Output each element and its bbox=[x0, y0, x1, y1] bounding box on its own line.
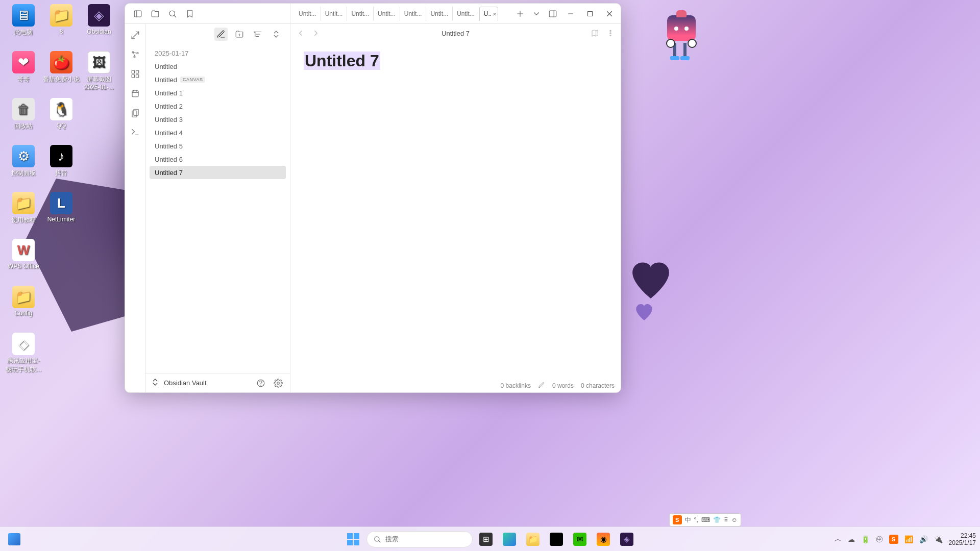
svg-rect-0 bbox=[134, 11, 141, 17]
ime-keyboard-icon[interactable]: ⌨ bbox=[701, 516, 710, 523]
vault-icon[interactable] bbox=[148, 6, 163, 21]
ime-mode[interactable]: 中 bbox=[685, 516, 691, 524]
tab-0[interactable]: Untit... bbox=[295, 7, 321, 21]
sogou-icon[interactable]: S bbox=[673, 515, 682, 524]
ime-toolbar[interactable]: S 中 °, ⌨ 👕 ⠿ ☺ bbox=[669, 513, 741, 527]
more-options-icon[interactable] bbox=[604, 27, 617, 39]
file-item[interactable]: UntitledCANVAS bbox=[150, 73, 286, 86]
svg-rect-26 bbox=[132, 111, 137, 117]
file-item[interactable]: Untitled 3 bbox=[150, 113, 286, 126]
vault-switcher-icon[interactable] bbox=[151, 378, 160, 388]
tray-volume-icon[interactable]: 🔊 bbox=[919, 535, 928, 543]
desktop-icon-腾讯应用宝-畅玩手机软...[interactable]: ◇腾讯应用宝-畅玩手机软... bbox=[5, 333, 42, 374]
vault-name[interactable]: Obsidian Vault bbox=[164, 379, 207, 387]
templates-icon[interactable] bbox=[128, 106, 142, 120]
desktop-icon-QQ[interactable]: 🐧QQ bbox=[43, 98, 80, 129]
ime-punct-icon[interactable]: °, bbox=[694, 516, 698, 523]
wallpaper-heart-small bbox=[634, 303, 654, 321]
desktop-icon-控制面板[interactable]: ⚙控制面板 bbox=[5, 145, 42, 178]
taskbar-app[interactable]: ◉ bbox=[593, 529, 614, 549]
desktop-icon-此电脑[interactable]: 🖥此电脑 bbox=[5, 4, 42, 37]
taskbar-clock[interactable]: 22:45 2025/1/17 bbox=[949, 532, 976, 546]
desktop-icon-使用教程[interactable]: 📁使用教程 bbox=[5, 192, 42, 224]
backlinks-count[interactable]: 0 backlinks bbox=[501, 382, 531, 389]
tab-close-icon[interactable]: × bbox=[493, 10, 497, 18]
reading-view-icon[interactable] bbox=[589, 27, 601, 39]
taskbar-explorer[interactable]: 📁 bbox=[523, 529, 543, 549]
tray-onedrive-icon[interactable]: ☁ bbox=[848, 535, 855, 543]
file-item[interactable]: Untitled 5 bbox=[150, 139, 286, 153]
sidebar-toggle-icon[interactable] bbox=[130, 6, 145, 21]
quick-switcher-icon[interactable] bbox=[128, 28, 142, 42]
bookmark-icon[interactable] bbox=[182, 6, 198, 21]
tab-2[interactable]: Untit... bbox=[347, 7, 374, 21]
tab-4[interactable]: Untit... bbox=[400, 7, 427, 21]
sort-icon[interactable] bbox=[251, 28, 264, 41]
desktop-icon-Obsidian[interactable]: ◈Obsidian bbox=[81, 4, 117, 35]
desktop-icon-屏幕截图 2025-01-...[interactable]: 🖼屏幕截图 2025-01-... bbox=[81, 51, 117, 91]
task-view-button[interactable]: ⊞ bbox=[476, 529, 496, 549]
daily-note-icon[interactable] bbox=[128, 86, 142, 101]
taskbar-wechat[interactable]: ✉ bbox=[570, 529, 590, 549]
document-title[interactable]: Untitled 7 bbox=[304, 52, 380, 70]
ime-skin-icon[interactable]: 👕 bbox=[713, 516, 721, 523]
taskbar-obsidian[interactable]: ◈ bbox=[617, 529, 637, 549]
desktop-icon-Config[interactable]: 📁Config bbox=[5, 286, 42, 317]
tray-battery-icon[interactable]: 🔋 bbox=[861, 535, 870, 543]
tab-7[interactable]: U..× bbox=[479, 7, 498, 21]
file-item[interactable]: Untitled 7 bbox=[150, 166, 286, 179]
tab-6[interactable]: Untit... bbox=[453, 7, 479, 21]
char-count[interactable]: 0 characters bbox=[581, 382, 615, 389]
new-tab-icon[interactable] bbox=[512, 6, 528, 21]
collapse-icon[interactable] bbox=[270, 28, 283, 41]
help-icon[interactable] bbox=[254, 377, 267, 390]
file-item[interactable]: Untitled bbox=[150, 60, 286, 73]
tray-sogou-icon[interactable]: S bbox=[889, 535, 898, 544]
nav-forward-icon[interactable] bbox=[310, 27, 322, 39]
desktop-icon-回收站[interactable]: 🗑回收站 bbox=[5, 98, 42, 131]
tab-5[interactable]: Untit... bbox=[426, 7, 453, 21]
file-item[interactable]: Untitled 1 bbox=[150, 86, 286, 99]
word-count[interactable]: 0 words bbox=[552, 382, 574, 389]
editor-body[interactable]: Untitled 7 bbox=[290, 42, 621, 379]
graph-icon[interactable] bbox=[128, 47, 142, 62]
taskbar-search[interactable]: 搜索 bbox=[366, 531, 473, 547]
tray-power-icon[interactable]: 🔌 bbox=[934, 535, 943, 543]
settings-icon[interactable] bbox=[272, 377, 285, 390]
tab-dropdown-icon[interactable] bbox=[529, 6, 544, 21]
canvas-icon[interactable] bbox=[128, 67, 142, 81]
tray-chevron-icon[interactable]: ︿ bbox=[835, 535, 842, 544]
desktop-icon-WPS Office[interactable]: WWPS Office bbox=[5, 239, 42, 270]
taskbar-edge[interactable] bbox=[499, 529, 520, 549]
editor-tab-title[interactable]: Untitled 7 bbox=[325, 30, 586, 37]
tab-3[interactable]: Untit... bbox=[374, 7, 400, 21]
start-button[interactable] bbox=[343, 529, 363, 549]
ime-toolbox-icon[interactable]: ⠿ bbox=[724, 516, 728, 523]
maximize-button[interactable] bbox=[581, 6, 599, 21]
close-button[interactable] bbox=[600, 6, 619, 21]
taskbar-tiktok[interactable]: ♪ bbox=[546, 529, 567, 549]
edit-mode-icon[interactable] bbox=[538, 382, 545, 390]
ime-face-icon[interactable]: ☺ bbox=[731, 516, 738, 523]
command-palette-icon[interactable] bbox=[128, 125, 142, 139]
desktop-icon-哥哥[interactable]: ❤哥哥 bbox=[5, 51, 42, 84]
new-note-icon[interactable] bbox=[214, 28, 228, 41]
desktop-icon-8[interactable]: 📁8 bbox=[43, 4, 80, 35]
tab-1[interactable]: Untit... bbox=[321, 7, 348, 21]
tray-wifi-icon[interactable]: 📶 bbox=[904, 535, 913, 543]
new-folder-icon[interactable] bbox=[233, 28, 246, 41]
desktop-icon-番茄免费小说[interactable]: 🍅番茄免费小说 bbox=[43, 51, 80, 84]
minimize-button[interactable] bbox=[561, 6, 580, 21]
search-icon[interactable] bbox=[165, 6, 180, 21]
file-item[interactable]: Untitled 4 bbox=[150, 126, 286, 139]
right-sidebar-toggle-icon[interactable] bbox=[545, 6, 560, 21]
svg-rect-25 bbox=[134, 109, 138, 115]
nav-back-icon[interactable] bbox=[295, 27, 307, 39]
desktop-icon-抖音[interactable]: ♪抖音 bbox=[43, 145, 80, 178]
file-item[interactable]: Untitled 6 bbox=[150, 153, 286, 166]
desktop-mascot[interactable] bbox=[658, 15, 704, 71]
desktop-icon-NetLimiter[interactable]: LNetLimiter bbox=[43, 192, 80, 223]
widgets-button[interactable] bbox=[3, 529, 26, 549]
tray-ime-icon[interactable]: ㊥ bbox=[876, 535, 883, 544]
file-item[interactable]: Untitled 2 bbox=[150, 99, 286, 113]
